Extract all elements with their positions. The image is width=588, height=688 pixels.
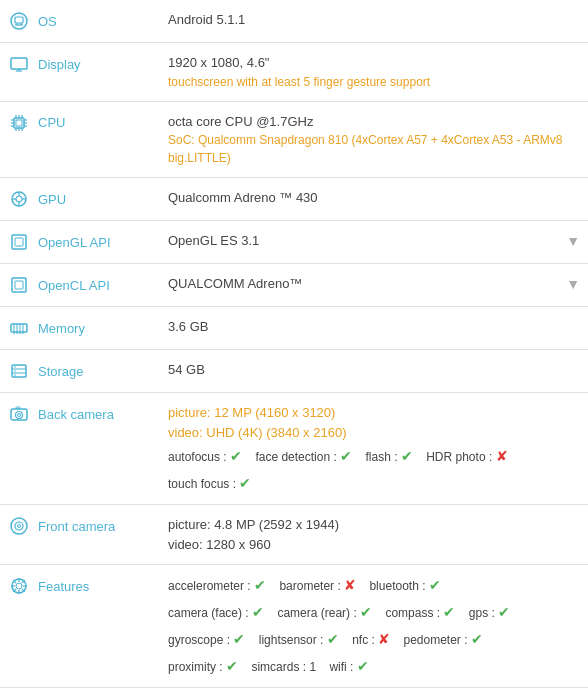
- storage-icon: [8, 360, 30, 382]
- camera-rear-check: ✔: [360, 604, 372, 620]
- opengl-value: OpenGL ES 3.1 ▼: [160, 221, 588, 264]
- memory-icon: [8, 317, 30, 339]
- label-cell-back-camera: Back camera: [0, 393, 160, 505]
- front-camera-label: Front camera: [38, 519, 115, 534]
- svg-rect-29: [15, 238, 23, 246]
- lightsensor-check: ✔: [327, 631, 339, 647]
- svg-rect-9: [16, 120, 22, 126]
- label-cell-features: Features: [0, 565, 160, 688]
- memory-label: Memory: [38, 321, 85, 336]
- compass-check: ✔: [443, 604, 455, 620]
- gyroscope-check: ✔: [233, 631, 245, 647]
- row-features: Features accelerometer : ✔ barometer : ✘…: [0, 565, 588, 688]
- opencl-value: QUALCOMM Adreno™ ▼: [160, 264, 588, 307]
- label-cell-gpu: GPU: [0, 178, 160, 221]
- cpu-icon: [8, 112, 30, 134]
- row-back-camera: Back camera picture: 12 MP (4160 x 3120)…: [0, 393, 588, 505]
- back-camera-features: autofocus : ✔ face detection : ✔ flash :…: [168, 446, 580, 467]
- svg-point-44: [14, 366, 16, 368]
- row-front-camera: Front camera picture: 4.8 MP (2592 x 194…: [0, 505, 588, 565]
- gpu-label: GPU: [38, 192, 66, 207]
- label-cell-opengl: OpenGL API: [0, 221, 160, 264]
- storage-label: Storage: [38, 364, 84, 379]
- svg-point-0: [11, 13, 27, 29]
- row-gpu: GPU Qualcomm Adreno ™ 430: [0, 178, 588, 221]
- hdr-cross: ✘: [496, 448, 508, 464]
- os-value: Android 5.1.1: [160, 0, 588, 43]
- features-label: Features: [38, 579, 89, 594]
- svg-point-23: [16, 196, 22, 202]
- features-icon: [8, 575, 30, 597]
- storage-value: 54 GB: [160, 350, 588, 393]
- label-cell-display: Display: [0, 43, 160, 102]
- svg-rect-41: [12, 365, 26, 377]
- row-opencl: OpenCL API QUALCOMM Adreno™ ▼: [0, 264, 588, 307]
- svg-rect-5: [11, 58, 27, 69]
- feature-line-4: proximity : ✔ simcards : 1 wifi : ✔: [168, 656, 580, 677]
- os-label: OS: [38, 14, 57, 29]
- row-memory: Memory 3.6 GB: [0, 307, 588, 350]
- svg-rect-50: [16, 407, 20, 409]
- autofocus-check: ✔: [230, 448, 242, 464]
- opencl-dropdown-icon[interactable]: ▼: [566, 274, 580, 295]
- proximity-check: ✔: [226, 658, 238, 674]
- nfc-cross: ✘: [378, 631, 390, 647]
- label-cell-os: OS: [0, 0, 160, 43]
- opengl-label: OpenGL API: [38, 235, 111, 250]
- display-label: Display: [38, 57, 81, 72]
- svg-rect-28: [12, 235, 26, 249]
- svg-point-48: [16, 412, 23, 419]
- svg-rect-31: [15, 281, 23, 289]
- row-display: Display 1920 x 1080, 4.6" touchscreen wi…: [0, 43, 588, 102]
- display-icon: [8, 53, 30, 75]
- pedometer-check: ✔: [471, 631, 483, 647]
- svg-point-53: [18, 525, 21, 528]
- row-storage: Storage 54 GB: [0, 350, 588, 393]
- cpu-value: octa core CPU @1.7GHz SoC: Qualcomm Snap…: [160, 101, 588, 178]
- wifi-check: ✔: [357, 658, 369, 674]
- svg-point-49: [18, 414, 21, 417]
- camera-face-check: ✔: [252, 604, 264, 620]
- accelerometer-check: ✔: [254, 577, 266, 593]
- barometer-cross: ✘: [344, 577, 356, 593]
- opengl-dropdown-icon[interactable]: ▼: [566, 231, 580, 252]
- gps-check: ✔: [498, 604, 510, 620]
- svg-rect-30: [12, 278, 26, 292]
- label-cell-front-camera: Front camera: [0, 505, 160, 565]
- os-icon: [8, 10, 30, 32]
- svg-point-46: [14, 374, 16, 376]
- feature-line-1: accelerometer : ✔ barometer : ✘ bluetoot…: [168, 575, 580, 596]
- label-cell-opencl: OpenCL API: [0, 264, 160, 307]
- gpu-value: Qualcomm Adreno ™ 430: [160, 178, 588, 221]
- label-cell-storage: Storage: [0, 350, 160, 393]
- opencl-icon: [8, 274, 30, 296]
- display-value: 1920 x 1080, 4.6" touchscreen with at le…: [160, 43, 588, 102]
- svg-point-51: [11, 518, 27, 534]
- front-camera-icon: [8, 515, 30, 537]
- opencl-label: OpenCL API: [38, 278, 110, 293]
- back-camera-icon: [8, 403, 30, 425]
- touch-check: ✔: [239, 475, 251, 491]
- row-os: OS Android 5.1.1: [0, 0, 588, 43]
- memory-value: 3.6 GB: [160, 307, 588, 350]
- svg-point-55: [16, 583, 22, 589]
- cpu-label: CPU: [38, 115, 65, 130]
- row-opengl: OpenGL API OpenGL ES 3.1 ▼: [0, 221, 588, 264]
- svg-point-52: [15, 522, 23, 530]
- svg-rect-32: [11, 324, 27, 332]
- gpu-icon: [8, 188, 30, 210]
- back-camera-touch: touch focus : ✔: [168, 473, 580, 494]
- face-check: ✔: [340, 448, 352, 464]
- svg-rect-1: [15, 17, 23, 23]
- feature-line-2: camera (face) : ✔ camera (rear) : ✔ comp…: [168, 602, 580, 623]
- label-cell-cpu: CPU: [0, 101, 160, 178]
- feature-line-3: gyroscope : ✔ lightsensor : ✔ nfc : ✘ pe…: [168, 629, 580, 650]
- row-cpu: CPU octa core CPU @1.7GHz SoC: Qualcomm …: [0, 101, 588, 178]
- back-camera-value: picture: 12 MP (4160 x 3120) video: UHD …: [160, 393, 588, 505]
- opengl-icon: [8, 231, 30, 253]
- bluetooth-check: ✔: [429, 577, 441, 593]
- back-camera-label: Back camera: [38, 407, 114, 422]
- svg-point-45: [14, 370, 16, 372]
- flash-check: ✔: [401, 448, 413, 464]
- features-value: accelerometer : ✔ barometer : ✘ bluetoot…: [160, 565, 588, 688]
